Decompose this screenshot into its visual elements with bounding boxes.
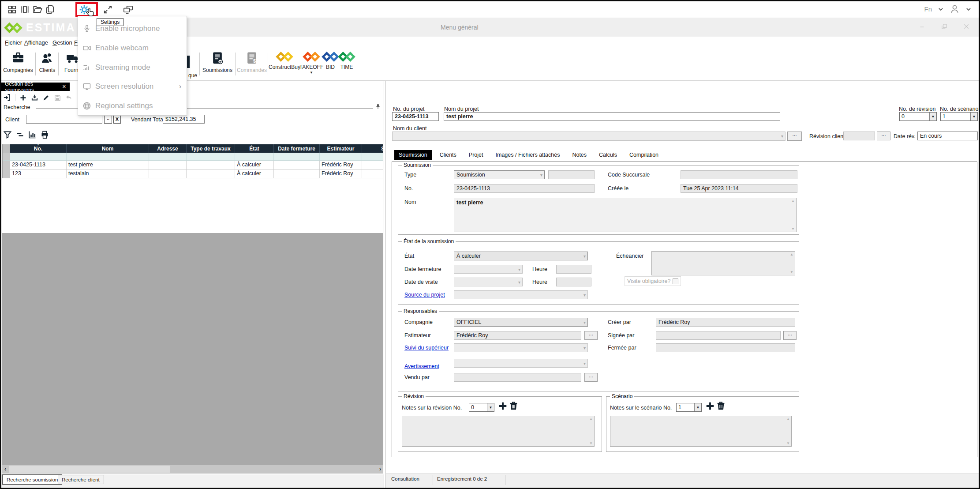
filter-funnel-icon[interactable]: [3, 130, 12, 139]
estimateur-field[interactable]: Frédéric Roy: [454, 331, 581, 340]
scenario-no-combo[interactable]: 1▼: [676, 403, 702, 412]
scroll-right-icon[interactable]: ›: [377, 466, 383, 472]
menu-item-streaming-mode[interactable]: Streaming mode: [78, 58, 187, 77]
chart-icon[interactable]: [28, 130, 37, 139]
column-header-adresse[interactable]: Adresse: [149, 144, 187, 153]
open-folder-icon[interactable]: [32, 4, 43, 15]
toolbar-item-time[interactable]: TIME: [339, 51, 355, 70]
tab-calculs[interactable]: Calculs: [595, 150, 621, 160]
print-icon[interactable]: [40, 130, 49, 139]
menu-truncated[interactable]: F: [74, 39, 78, 46]
pin-icon[interactable]: [375, 103, 381, 110]
vendant-total-value[interactable]: $152,241.35: [163, 115, 205, 124]
revision-client-lookup-button[interactable]: ...: [877, 132, 890, 140]
date-rev-field[interactable]: En cours: [917, 132, 978, 140]
save-icon[interactable]: [54, 94, 61, 102]
menu-item-regional-settings[interactable]: Regional settings: [78, 97, 187, 115]
copy-pages-icon[interactable]: [45, 4, 55, 15]
client-input[interactable]: [26, 115, 102, 124]
menu-item-screen-resolution[interactable]: Screen resolution ›: [78, 77, 187, 96]
source-projet-combo[interactable]: ▾: [454, 290, 588, 299]
add-icon[interactable]: [19, 94, 27, 102]
vendu-par-lookup-button[interactable]: ...: [584, 373, 598, 382]
signee-par-field[interactable]: [656, 331, 781, 340]
revision-no-combo[interactable]: 0▼: [469, 403, 494, 412]
restore-icon[interactable]: [941, 23, 948, 30]
heure-fermeture-field[interactable]: [556, 265, 591, 274]
apps-grid-icon[interactable]: [7, 4, 17, 15]
no-revision-combo[interactable]: 0▼: [899, 112, 937, 121]
toolbar-item-takeoff[interactable]: TAKEOFF ▼: [301, 51, 322, 75]
expand-icon[interactable]: [103, 4, 113, 15]
toolbar-item-commandes[interactable]: $ Commandes: [237, 51, 266, 73]
type-extra-field[interactable]: [548, 170, 595, 179]
nom-client-lookup-button[interactable]: ...: [787, 132, 802, 141]
column-header-date-fermeture[interactable]: Date fermeture: [274, 144, 320, 153]
suivi-superieur-combo[interactable]: ▾: [454, 343, 588, 352]
horizontal-scrollbar[interactable]: ‹ ›: [2, 465, 383, 474]
delete-scenario-icon[interactable]: [716, 401, 726, 411]
estimateur-lookup-button[interactable]: ...: [584, 331, 598, 340]
tab-recherche-soumission[interactable]: Recherche soumission: [2, 474, 62, 485]
tab-recherche-client[interactable]: Recherche client: [58, 475, 104, 484]
toolbar-item-compagnies[interactable]: Compagnies: [2, 51, 34, 73]
visite-obligatoire-checkbox[interactable]: [673, 278, 678, 284]
avertissement-combo[interactable]: ▾: [454, 359, 588, 368]
compagnie-combo[interactable]: OFFICIEL▾: [454, 318, 588, 327]
toolbar-item-constructbuy[interactable]: ConstructBuy: [270, 51, 299, 70]
tab-soumission[interactable]: Soumission: [394, 150, 432, 160]
close-icon[interactable]: [963, 23, 970, 30]
type-combo[interactable]: Soumission▾: [454, 170, 545, 179]
no-field[interactable]: 23-0425-1113: [454, 184, 595, 193]
toolbar-item-soumissions[interactable]: Soumissions: [202, 51, 233, 73]
scenario-notes-textarea[interactable]: ▲ ▼: [610, 416, 792, 447]
menu-item-enable-webcam[interactable]: Enable webcam: [78, 39, 187, 57]
heure-visite-field[interactable]: [556, 278, 591, 286]
column-header-signe[interactable]: Signé: [362, 144, 383, 153]
doc-tab-gestion-soumissions[interactable]: Gestion des soumissions ✕: [1, 83, 70, 91]
dual-display-icon[interactable]: [123, 4, 134, 15]
minimize-icon[interactable]: [919, 23, 926, 30]
nom-projet-field[interactable]: test pierre: [444, 112, 780, 121]
caret-down-icon[interactable]: ▼: [310, 71, 313, 75]
date-fermeture-combo[interactable]: ▾: [454, 265, 523, 274]
column-header-type-travaux[interactable]: Type de travaux: [187, 144, 235, 153]
column-header-no[interactable]: ▼No.: [10, 144, 67, 153]
fn-label[interactable]: Fn: [924, 5, 932, 13]
tab-notes[interactable]: Notes: [568, 150, 591, 160]
undo-icon[interactable]: [65, 94, 73, 102]
chevron-down-icon[interactable]: [938, 6, 944, 12]
nom-client-combo[interactable]: ▾: [392, 132, 785, 141]
scroll-left-icon[interactable]: ‹: [2, 466, 8, 472]
exit-icon[interactable]: [3, 94, 11, 102]
menu-affichage[interactable]: Affichage: [24, 39, 48, 46]
code-succursale-field[interactable]: [681, 170, 797, 179]
edit-pencil-icon[interactable]: [42, 94, 50, 102]
tab-close-icon[interactable]: ✕: [62, 84, 66, 90]
column-header-nom[interactable]: Nom: [67, 144, 149, 153]
revision-notes-textarea[interactable]: ▲ ▼: [402, 416, 595, 447]
scrollbar-thumb[interactable]: [9, 466, 170, 473]
nom-textarea[interactable]: test pierre ▲ ▼: [454, 198, 797, 232]
signee-par-lookup-button[interactable]: ...: [783, 331, 797, 340]
tab-compilation[interactable]: Compilation: [625, 150, 663, 160]
suivi-superieur-link[interactable]: Suivi du supérieur: [404, 345, 449, 351]
source-du-projet-link[interactable]: Source du projet: [404, 292, 445, 298]
avertissement-link[interactable]: Avertissement: [404, 363, 439, 369]
toolbar-item-clients[interactable]: Clients: [37, 51, 57, 73]
revision-client-field[interactable]: [843, 132, 875, 140]
client-lookup-button[interactable]: ..: [104, 115, 112, 124]
no-scenario-combo[interactable]: 1▼: [940, 112, 978, 121]
delete-revision-icon[interactable]: [509, 401, 519, 411]
add-revision-icon[interactable]: [498, 401, 508, 411]
chevron-down-icon[interactable]: [965, 6, 972, 12]
table-row[interactable]: 23-0425-1113 test pierre À calculer Fréd…: [3, 161, 383, 169]
menu-fichier[interactable]: Fichier: [5, 39, 22, 46]
creer-par-field[interactable]: Frédéric Roy: [656, 318, 795, 327]
no-projet-field[interactable]: 23-0425-1113: [392, 112, 439, 121]
tab-projet[interactable]: Projet: [464, 150, 488, 160]
tab-images-fichiers[interactable]: Images / Fichiers attachés: [491, 150, 565, 160]
client-clear-button[interactable]: X: [113, 115, 121, 124]
toolbar-item-bid[interactable]: BID: [324, 51, 337, 70]
add-scenario-icon[interactable]: [705, 401, 715, 411]
